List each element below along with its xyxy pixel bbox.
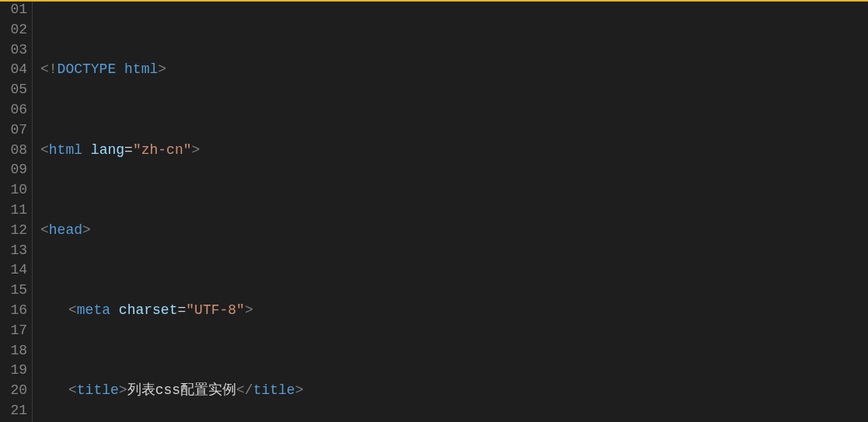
line-number: 05 [3, 80, 27, 100]
line-number: 06 [3, 100, 27, 120]
code-line: <head> [40, 221, 751, 241]
line-number-gutter: 01 02 03 04 05 06 07 08 09 10 11 12 13 1… [0, 0, 33, 422]
line-number: 11 [3, 201, 27, 221]
line-number: 21 [3, 401, 27, 421]
line-number: 17 [3, 321, 27, 341]
line-number: 12 [3, 221, 27, 241]
line-number: 13 [3, 241, 27, 261]
line-number: 03 [3, 40, 27, 61]
line-number: 09 [3, 160, 27, 180]
line-number: 08 [3, 141, 27, 161]
code-line: <html lang="zh-cn"> [40, 141, 751, 161]
line-number: 20 [3, 381, 27, 401]
line-number: 04 [3, 60, 27, 80]
line-number: 16 [3, 301, 27, 321]
code-editor[interactable]: <!DOCTYPE html> <html lang="zh-cn"> <hea… [33, 0, 751, 422]
line-number: 19 [3, 361, 27, 381]
code-line: <!DOCTYPE html> [40, 60, 751, 80]
line-number: 10 [3, 180, 27, 201]
line-number: 18 [3, 341, 27, 361]
code-line: <meta charset="UTF-8"> [40, 301, 751, 321]
line-number: 02 [3, 20, 27, 40]
line-number: 14 [3, 260, 27, 281]
line-number: 07 [3, 120, 27, 141]
line-number: 01 [3, 0, 27, 20]
code-line: <title>列表css配置实例</title> [40, 381, 751, 401]
line-number: 15 [3, 281, 27, 301]
